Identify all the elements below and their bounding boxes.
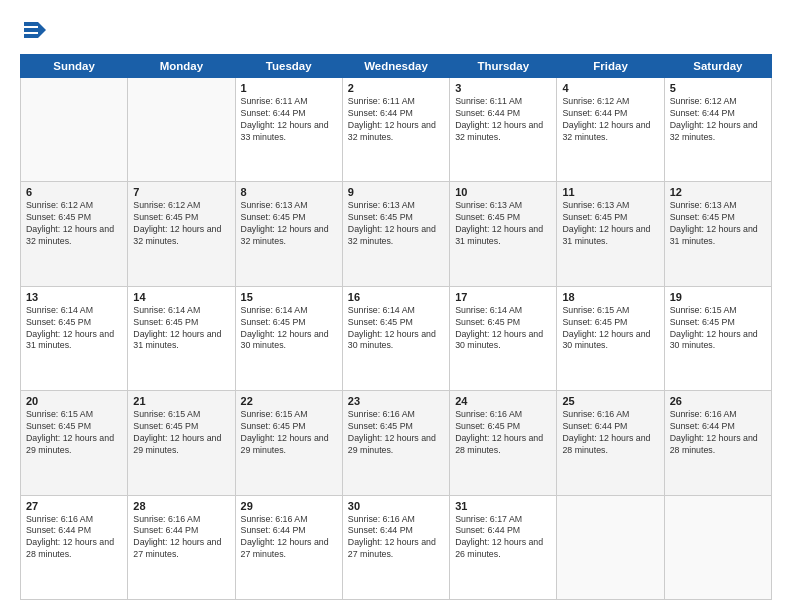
day-number: 26 bbox=[670, 395, 766, 407]
day-info: Sunrise: 6:14 AMSunset: 6:45 PMDaylight:… bbox=[26, 305, 122, 353]
calendar-header-row: SundayMondayTuesdayWednesdayThursdayFrid… bbox=[21, 55, 772, 78]
day-info: Sunrise: 6:16 AMSunset: 6:44 PMDaylight:… bbox=[241, 514, 337, 562]
day-number: 25 bbox=[562, 395, 658, 407]
day-number: 19 bbox=[670, 291, 766, 303]
day-info: Sunrise: 6:13 AMSunset: 6:45 PMDaylight:… bbox=[241, 200, 337, 248]
calendar-cell: 14Sunrise: 6:14 AMSunset: 6:45 PMDayligh… bbox=[128, 286, 235, 390]
calendar-cell: 3Sunrise: 6:11 AMSunset: 6:44 PMDaylight… bbox=[450, 78, 557, 182]
calendar-cell: 25Sunrise: 6:16 AMSunset: 6:44 PMDayligh… bbox=[557, 391, 664, 495]
calendar-cell: 15Sunrise: 6:14 AMSunset: 6:45 PMDayligh… bbox=[235, 286, 342, 390]
day-info: Sunrise: 6:14 AMSunset: 6:45 PMDaylight:… bbox=[348, 305, 444, 353]
day-info: Sunrise: 6:13 AMSunset: 6:45 PMDaylight:… bbox=[670, 200, 766, 248]
day-info: Sunrise: 6:16 AMSunset: 6:44 PMDaylight:… bbox=[133, 514, 229, 562]
day-info: Sunrise: 6:16 AMSunset: 6:44 PMDaylight:… bbox=[670, 409, 766, 457]
day-info: Sunrise: 6:12 AMSunset: 6:45 PMDaylight:… bbox=[133, 200, 229, 248]
calendar-cell: 1Sunrise: 6:11 AMSunset: 6:44 PMDaylight… bbox=[235, 78, 342, 182]
day-number: 11 bbox=[562, 186, 658, 198]
day-info: Sunrise: 6:14 AMSunset: 6:45 PMDaylight:… bbox=[241, 305, 337, 353]
day-number: 13 bbox=[26, 291, 122, 303]
day-info: Sunrise: 6:12 AMSunset: 6:45 PMDaylight:… bbox=[26, 200, 122, 248]
calendar-cell: 24Sunrise: 6:16 AMSunset: 6:45 PMDayligh… bbox=[450, 391, 557, 495]
logo-icon bbox=[20, 16, 48, 44]
calendar-cell: 31Sunrise: 6:17 AMSunset: 6:44 PMDayligh… bbox=[450, 495, 557, 599]
calendar-week-5: 27Sunrise: 6:16 AMSunset: 6:44 PMDayligh… bbox=[21, 495, 772, 599]
day-number: 10 bbox=[455, 186, 551, 198]
day-number: 6 bbox=[26, 186, 122, 198]
calendar-cell: 18Sunrise: 6:15 AMSunset: 6:45 PMDayligh… bbox=[557, 286, 664, 390]
svg-rect-2 bbox=[24, 22, 38, 26]
svg-rect-4 bbox=[24, 34, 38, 38]
calendar-cell: 5Sunrise: 6:12 AMSunset: 6:44 PMDaylight… bbox=[664, 78, 771, 182]
day-number: 8 bbox=[241, 186, 337, 198]
col-header-thursday: Thursday bbox=[450, 55, 557, 78]
day-number: 2 bbox=[348, 82, 444, 94]
calendar-cell: 21Sunrise: 6:15 AMSunset: 6:45 PMDayligh… bbox=[128, 391, 235, 495]
day-info: Sunrise: 6:13 AMSunset: 6:45 PMDaylight:… bbox=[348, 200, 444, 248]
calendar-cell: 22Sunrise: 6:15 AMSunset: 6:45 PMDayligh… bbox=[235, 391, 342, 495]
calendar-cell: 9Sunrise: 6:13 AMSunset: 6:45 PMDaylight… bbox=[342, 182, 449, 286]
day-number: 17 bbox=[455, 291, 551, 303]
calendar-cell: 30Sunrise: 6:16 AMSunset: 6:44 PMDayligh… bbox=[342, 495, 449, 599]
calendar-cell: 13Sunrise: 6:14 AMSunset: 6:45 PMDayligh… bbox=[21, 286, 128, 390]
calendar-cell: 4Sunrise: 6:12 AMSunset: 6:44 PMDaylight… bbox=[557, 78, 664, 182]
col-header-saturday: Saturday bbox=[664, 55, 771, 78]
calendar-cell: 11Sunrise: 6:13 AMSunset: 6:45 PMDayligh… bbox=[557, 182, 664, 286]
day-number: 9 bbox=[348, 186, 444, 198]
calendar-cell: 20Sunrise: 6:15 AMSunset: 6:45 PMDayligh… bbox=[21, 391, 128, 495]
col-header-sunday: Sunday bbox=[21, 55, 128, 78]
calendar-cell: 2Sunrise: 6:11 AMSunset: 6:44 PMDaylight… bbox=[342, 78, 449, 182]
col-header-wednesday: Wednesday bbox=[342, 55, 449, 78]
calendar-cell bbox=[21, 78, 128, 182]
day-info: Sunrise: 6:16 AMSunset: 6:45 PMDaylight:… bbox=[348, 409, 444, 457]
calendar-cell: 7Sunrise: 6:12 AMSunset: 6:45 PMDaylight… bbox=[128, 182, 235, 286]
day-number: 7 bbox=[133, 186, 229, 198]
day-number: 28 bbox=[133, 500, 229, 512]
day-info: Sunrise: 6:11 AMSunset: 6:44 PMDaylight:… bbox=[241, 96, 337, 144]
calendar-cell: 26Sunrise: 6:16 AMSunset: 6:44 PMDayligh… bbox=[664, 391, 771, 495]
day-info: Sunrise: 6:15 AMSunset: 6:45 PMDaylight:… bbox=[133, 409, 229, 457]
calendar-cell bbox=[664, 495, 771, 599]
calendar-cell: 17Sunrise: 6:14 AMSunset: 6:45 PMDayligh… bbox=[450, 286, 557, 390]
calendar-cell: 19Sunrise: 6:15 AMSunset: 6:45 PMDayligh… bbox=[664, 286, 771, 390]
day-info: Sunrise: 6:11 AMSunset: 6:44 PMDaylight:… bbox=[348, 96, 444, 144]
page-header bbox=[20, 16, 772, 44]
calendar-week-1: 1Sunrise: 6:11 AMSunset: 6:44 PMDaylight… bbox=[21, 78, 772, 182]
day-number: 14 bbox=[133, 291, 229, 303]
calendar-cell: 28Sunrise: 6:16 AMSunset: 6:44 PMDayligh… bbox=[128, 495, 235, 599]
day-info: Sunrise: 6:17 AMSunset: 6:44 PMDaylight:… bbox=[455, 514, 551, 562]
day-info: Sunrise: 6:15 AMSunset: 6:45 PMDaylight:… bbox=[241, 409, 337, 457]
day-number: 5 bbox=[670, 82, 766, 94]
calendar-cell bbox=[557, 495, 664, 599]
day-info: Sunrise: 6:15 AMSunset: 6:45 PMDaylight:… bbox=[670, 305, 766, 353]
day-info: Sunrise: 6:13 AMSunset: 6:45 PMDaylight:… bbox=[562, 200, 658, 248]
calendar-week-2: 6Sunrise: 6:12 AMSunset: 6:45 PMDaylight… bbox=[21, 182, 772, 286]
day-info: Sunrise: 6:15 AMSunset: 6:45 PMDaylight:… bbox=[562, 305, 658, 353]
day-info: Sunrise: 6:12 AMSunset: 6:44 PMDaylight:… bbox=[670, 96, 766, 144]
logo bbox=[20, 16, 52, 44]
col-header-tuesday: Tuesday bbox=[235, 55, 342, 78]
calendar-cell: 16Sunrise: 6:14 AMSunset: 6:45 PMDayligh… bbox=[342, 286, 449, 390]
day-number: 20 bbox=[26, 395, 122, 407]
calendar-week-4: 20Sunrise: 6:15 AMSunset: 6:45 PMDayligh… bbox=[21, 391, 772, 495]
day-number: 3 bbox=[455, 82, 551, 94]
day-number: 30 bbox=[348, 500, 444, 512]
calendar-cell: 8Sunrise: 6:13 AMSunset: 6:45 PMDaylight… bbox=[235, 182, 342, 286]
day-info: Sunrise: 6:16 AMSunset: 6:44 PMDaylight:… bbox=[348, 514, 444, 562]
calendar-cell: 27Sunrise: 6:16 AMSunset: 6:44 PMDayligh… bbox=[21, 495, 128, 599]
day-info: Sunrise: 6:12 AMSunset: 6:44 PMDaylight:… bbox=[562, 96, 658, 144]
day-number: 29 bbox=[241, 500, 337, 512]
calendar-cell: 23Sunrise: 6:16 AMSunset: 6:45 PMDayligh… bbox=[342, 391, 449, 495]
day-number: 31 bbox=[455, 500, 551, 512]
day-info: Sunrise: 6:16 AMSunset: 6:44 PMDaylight:… bbox=[562, 409, 658, 457]
day-info: Sunrise: 6:16 AMSunset: 6:44 PMDaylight:… bbox=[26, 514, 122, 562]
day-info: Sunrise: 6:14 AMSunset: 6:45 PMDaylight:… bbox=[133, 305, 229, 353]
day-number: 18 bbox=[562, 291, 658, 303]
day-info: Sunrise: 6:15 AMSunset: 6:45 PMDaylight:… bbox=[26, 409, 122, 457]
day-number: 24 bbox=[455, 395, 551, 407]
day-number: 21 bbox=[133, 395, 229, 407]
day-number: 15 bbox=[241, 291, 337, 303]
calendar-cell bbox=[128, 78, 235, 182]
col-header-friday: Friday bbox=[557, 55, 664, 78]
day-info: Sunrise: 6:14 AMSunset: 6:45 PMDaylight:… bbox=[455, 305, 551, 353]
day-info: Sunrise: 6:16 AMSunset: 6:45 PMDaylight:… bbox=[455, 409, 551, 457]
